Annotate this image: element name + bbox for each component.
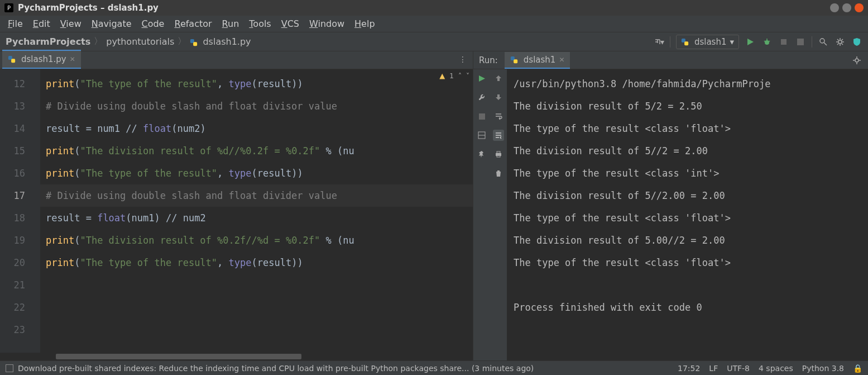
chevron-up-icon[interactable]: ˄: [458, 72, 462, 80]
close-button[interactable]: [855, 3, 864, 12]
code-line[interactable]: [46, 274, 467, 296]
line-number: 21: [0, 274, 25, 296]
line-number: 22: [0, 296, 25, 319]
run-button[interactable]: [745, 36, 756, 48]
run-toolbar-left: [473, 69, 490, 360]
code-line[interactable]: print("The division result of %d//%0.2f …: [46, 140, 467, 162]
menu-window[interactable]: Window: [305, 16, 349, 31]
svg-line-7: [764, 41, 765, 42]
svg-marker-18: [479, 75, 485, 82]
stop-button[interactable]: [476, 111, 487, 122]
maximize-button[interactable]: [842, 3, 851, 12]
chevron-down-icon[interactable]: ˅: [466, 72, 469, 80]
minimize-button[interactable]: [830, 3, 839, 12]
menubar: FileEditViewNavigateCodeRefactorRunTools…: [0, 16, 868, 32]
code-line[interactable]: result = num1 // float(num2): [46, 117, 467, 140]
wrench-icon[interactable]: [476, 92, 487, 103]
line-number: 18: [0, 207, 25, 229]
print-icon[interactable]: [493, 149, 504, 160]
gear-icon[interactable]: [835, 36, 846, 48]
layout-icon[interactable]: [476, 130, 487, 141]
menu-run[interactable]: Run: [218, 16, 244, 31]
run-configuration-dropdown[interactable]: dslash1 ▾: [676, 35, 739, 49]
close-tab-icon[interactable]: ✕: [559, 56, 564, 64]
run-tab[interactable]: dslash1 ✕: [505, 52, 570, 69]
editor-tab[interactable]: dslash1.py ✕: [2, 50, 81, 69]
add-config-icon[interactable]: ▾: [653, 36, 664, 48]
stop-button[interactable]: [795, 36, 806, 48]
horizontal-scrollbar[interactable]: [0, 353, 473, 360]
line-number: 16: [0, 162, 25, 184]
svg-point-10: [820, 39, 824, 43]
code-line[interactable]: result = float(num1) // num2: [46, 207, 467, 229]
svg-rect-24: [497, 155, 500, 157]
code-line[interactable]: print("The division result of %0.2f//%d …: [46, 229, 467, 251]
code-line[interactable]: # Divide using double slash and float di…: [46, 184, 467, 207]
run-tab-label: dslash1: [524, 55, 556, 65]
shield-icon[interactable]: [851, 36, 862, 48]
code-line[interactable]: print("The type of the result", type(res…: [46, 162, 467, 184]
status-python[interactable]: Python 3.8: [802, 364, 844, 373]
output-line: The type of the result <class 'float'>: [514, 251, 861, 274]
code-area[interactable]: print("The type of the result", type(res…: [40, 69, 473, 353]
up-arrow-icon[interactable]: [493, 73, 504, 84]
breadcrumb-file[interactable]: dslash1.py: [190, 36, 251, 47]
close-tab-icon[interactable]: ✕: [70, 55, 75, 63]
output-line: /usr/bin/python3.8 /home/fahmida/Pycharm…: [514, 73, 861, 95]
svg-rect-14: [11, 59, 15, 63]
lock-icon[interactable]: 🔒: [853, 364, 862, 373]
editor-tab-more-icon[interactable]: ⋮: [459, 55, 467, 64]
svg-point-12: [838, 40, 842, 44]
menu-edit[interactable]: Edit: [28, 16, 55, 31]
coverage-button[interactable]: [778, 36, 789, 48]
editor-pane: dslash1.py ✕ ⋮ ▲ 1 ˄ ˅ 12131415161718192…: [0, 51, 473, 360]
run-config-label: dslash1: [694, 37, 727, 47]
window-controls: [830, 3, 864, 12]
editor-body[interactable]: ▲ 1 ˄ ˅ 121314151617181920212223 print("…: [0, 69, 473, 353]
svg-rect-3: [684, 41, 688, 45]
menu-navigate[interactable]: Navigate: [87, 16, 136, 31]
status-time: 17:52: [678, 364, 700, 373]
menu-refactor[interactable]: Refactor: [170, 16, 216, 31]
down-arrow-icon[interactable]: [493, 92, 504, 103]
scrollbar-thumb[interactable]: [56, 354, 301, 359]
code-line[interactable]: print("The type of the result", type(res…: [46, 73, 467, 95]
soft-wrap-icon[interactable]: [493, 111, 504, 122]
search-icon[interactable]: [818, 36, 829, 48]
toolbar-separator: [670, 36, 670, 48]
code-line[interactable]: [46, 296, 467, 319]
gear-icon[interactable]: [851, 55, 862, 66]
code-line[interactable]: # Divide using double slash and float di…: [46, 95, 467, 117]
debug-button[interactable]: [761, 36, 773, 48]
status-tool-icon[interactable]: [6, 364, 13, 372]
status-indent[interactable]: 4 spaces: [759, 364, 793, 373]
menu-vcs[interactable]: VCS: [277, 16, 304, 31]
output-line: The division result of 5/2 = 2.50: [514, 95, 861, 117]
status-encoding[interactable]: UTF-8: [727, 364, 750, 373]
scroll-to-end-icon[interactable]: [493, 130, 504, 141]
run-label: Run:: [479, 55, 498, 65]
menu-view[interactable]: View: [56, 16, 86, 31]
menu-help[interactable]: Help: [350, 16, 379, 31]
breadcrumb-folder[interactable]: pythontutorials: [106, 36, 174, 47]
pin-icon[interactable]: [476, 149, 487, 160]
code-line[interactable]: print("The type of the result", type(res…: [46, 251, 467, 274]
breadcrumb-root[interactable]: PycharmProjects: [6, 36, 90, 47]
code-line[interactable]: [46, 319, 467, 341]
run-output[interactable]: /usr/bin/python3.8 /home/fahmida/Pycharm…: [507, 69, 868, 360]
line-number: 20: [0, 251, 25, 274]
editor-tab-label: dslash1.py: [21, 54, 66, 64]
trash-icon[interactable]: [493, 168, 504, 179]
menu-file[interactable]: File: [3, 16, 27, 31]
menu-tools[interactable]: Tools: [244, 16, 275, 31]
toolbar-separator: [812, 36, 812, 48]
menu-code[interactable]: Code: [137, 16, 169, 31]
warning-icon[interactable]: ▲: [439, 72, 445, 80]
output-line: [514, 274, 861, 296]
window-title: PycharmProjects – dslash1.py: [18, 3, 159, 13]
output-line: The division result of 5//2.00 = 2.00: [514, 184, 861, 207]
svg-rect-19: [479, 113, 485, 120]
rerun-button[interactable]: [476, 73, 487, 84]
svg-rect-9: [797, 39, 804, 45]
status-line-ending[interactable]: LF: [709, 364, 718, 373]
